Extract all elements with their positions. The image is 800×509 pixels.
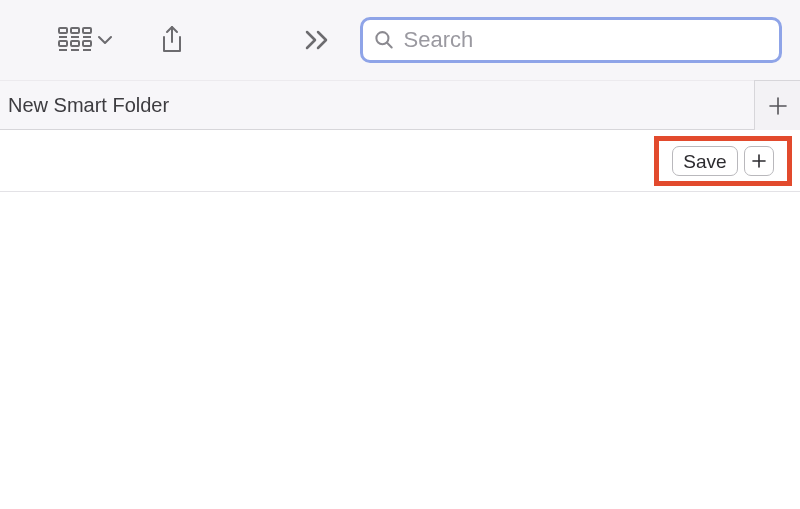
chevrons-right-icon <box>304 29 330 51</box>
add-criteria-button[interactable] <box>744 146 774 176</box>
svg-rect-6 <box>59 41 67 46</box>
search-input[interactable] <box>404 27 767 53</box>
save-controls-highlight: Save <box>654 136 792 186</box>
toolbar-overflow-button[interactable] <box>304 29 330 51</box>
svg-rect-8 <box>83 41 91 46</box>
share-icon <box>160 25 184 55</box>
page-title: New Smart Folder <box>8 94 169 117</box>
results-area <box>0 192 800 509</box>
toolbar <box>0 0 800 80</box>
grid-view-icon <box>58 27 92 53</box>
svg-rect-1 <box>71 28 79 33</box>
svg-rect-0 <box>59 28 67 33</box>
save-button[interactable]: Save <box>672 146 737 176</box>
share-button[interactable] <box>160 25 184 55</box>
location-header: New Smart Folder <box>0 80 800 130</box>
svg-rect-2 <box>83 28 91 33</box>
plus-icon <box>751 153 767 169</box>
add-tab-button[interactable] <box>754 80 800 130</box>
search-field[interactable] <box>360 17 782 63</box>
chevron-down-icon <box>98 35 112 45</box>
view-options-button[interactable] <box>58 27 112 53</box>
svg-rect-7 <box>71 41 79 46</box>
plus-icon <box>768 96 788 116</box>
svg-line-13 <box>387 43 392 48</box>
criteria-row: Save <box>0 130 800 192</box>
search-icon <box>375 30 394 50</box>
